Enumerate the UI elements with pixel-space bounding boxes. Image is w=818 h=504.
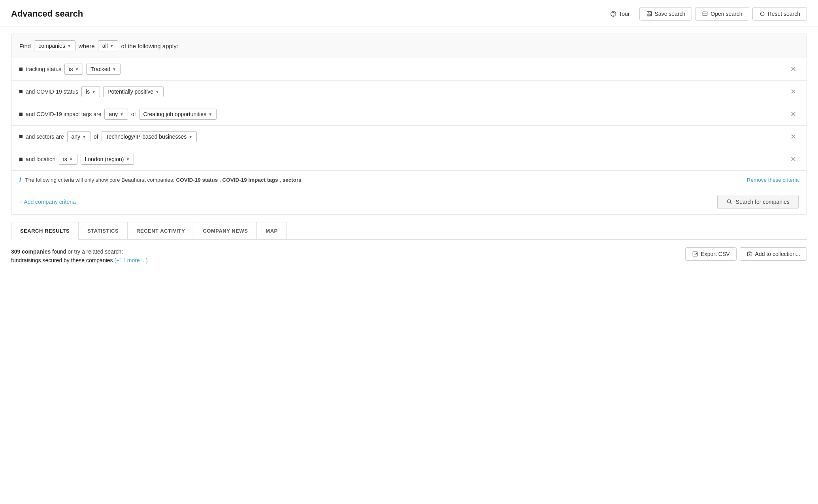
svg-point-6	[728, 200, 731, 203]
covid-status-label: and COVID-19 status	[26, 88, 78, 95]
chevron-down-icon: ▼	[67, 44, 71, 48]
tab-company-news[interactable]: COMPANY NEWS	[194, 222, 257, 239]
bullet-icon	[19, 68, 23, 71]
collection-icon	[746, 251, 753, 257]
reset-search-button[interactable]: Reset search	[752, 7, 807, 21]
reset-icon	[759, 11, 765, 17]
chevron-down-icon: ▼	[112, 67, 116, 71]
tracking-operator-dropdown[interactable]: is ▼	[64, 64, 83, 75]
covid-status-operator-dropdown[interactable]: is ▼	[81, 86, 100, 97]
filter-row-location: and location is ▼ London (region) ▼ ✕	[11, 148, 807, 171]
svg-point-1	[613, 15, 614, 16]
info-message: The following criteria will only show co…	[25, 177, 301, 183]
filter-row-sectors: and sectors are any ▼ of Technology/IP-b…	[11, 126, 807, 148]
bullet-icon	[19, 113, 23, 116]
remove-tracking-filter-button[interactable]: ✕	[788, 64, 799, 74]
tour-button[interactable]: Tour	[604, 8, 636, 20]
tab-statistics[interactable]: STATISTICS	[78, 222, 128, 239]
filter-row-tracking: tracking status is ▼ Tracked ▼ ✕	[11, 58, 807, 81]
tour-icon	[610, 11, 616, 17]
export-icon	[692, 251, 698, 257]
chevron-down-icon: ▼	[110, 44, 114, 48]
bullet-icon	[19, 90, 23, 93]
info-icon: i	[19, 176, 21, 183]
covid-status-value-dropdown[interactable]: Potentially positive ▼	[103, 86, 164, 97]
chevron-down-icon: ▼	[120, 112, 124, 117]
chevron-down-icon: ▼	[92, 90, 96, 94]
related-search-link[interactable]: fundraisings secured by these companies	[11, 257, 113, 263]
results-found-text: found or try a related search:	[52, 248, 123, 255]
companies-dropdown[interactable]: companies ▼	[34, 40, 75, 51]
remove-sectors-filter-button[interactable]: ✕	[788, 132, 799, 142]
location-operator-dropdown[interactable]: is ▼	[59, 154, 77, 165]
sectors-label: and sectors are	[26, 134, 64, 140]
tab-recent-activity[interactable]: RECENT ACTIVITY	[127, 222, 194, 239]
tab-map[interactable]: MAP	[256, 222, 286, 239]
save-icon	[646, 11, 652, 17]
tab-search-results[interactable]: SEARCH RESULTS	[11, 222, 79, 240]
export-csv-button[interactable]: Export CSV	[685, 247, 736, 261]
search-container: Find companies ▼ where all ▼ of the foll…	[11, 34, 807, 215]
remove-covid-status-filter-button[interactable]: ✕	[788, 87, 799, 97]
search-companies-button[interactable]: Search for companies	[717, 195, 799, 209]
remove-location-filter-button[interactable]: ✕	[788, 154, 799, 164]
more-link[interactable]: (+11 more ...)	[114, 257, 147, 263]
chevron-down-icon: ▼	[208, 112, 212, 117]
location-label: and location	[26, 156, 56, 162]
sectors-value-dropdown[interactable]: Technology/IP-based businesses ▼	[102, 131, 197, 142]
location-value-dropdown[interactable]: London (region) ▼	[81, 154, 134, 165]
open-search-button[interactable]: Open search	[695, 7, 749, 21]
apply-suffix: of the following apply:	[121, 43, 178, 49]
results-actions: Export CSV Add to collection...	[685, 247, 807, 261]
chevron-down-icon: ▼	[188, 135, 192, 139]
results-summary: 309 companies found or try a related sea…	[11, 247, 148, 265]
actions-row: + Add company criteria Search for compan…	[11, 189, 807, 214]
find-row: Find companies ▼ where all ▼ of the foll…	[11, 34, 807, 58]
covid-tags-value-dropdown[interactable]: Creating job opportunities ▼	[139, 109, 217, 120]
covid-tags-label: and COVID-19 impact tags are	[26, 111, 101, 117]
info-row: i The following criteria will only show …	[11, 171, 807, 189]
page-title: Advanced search	[11, 9, 83, 19]
chevron-down-icon: ▼	[69, 157, 73, 162]
results-row: 309 companies found or try a related sea…	[0, 240, 818, 271]
where-label: where	[79, 43, 95, 49]
filter-row-covid-status: and COVID-19 status is ▼ Potentially pos…	[11, 81, 807, 103]
header-actions: Tour Save search Open search Reset sea	[604, 7, 807, 21]
add-criteria-link[interactable]: + Add company criteria	[19, 199, 76, 205]
of-label: of	[131, 111, 136, 117]
svg-rect-3	[648, 11, 650, 13]
tracking-status-label: tracking status	[26, 66, 61, 72]
chevron-down-icon: ▼	[75, 67, 79, 71]
of-label-sectors: of	[94, 134, 98, 140]
chevron-down-icon: ▼	[155, 90, 159, 94]
covid-tags-operator-dropdown[interactable]: any ▼	[104, 109, 128, 120]
bullet-icon	[19, 158, 23, 161]
save-search-button[interactable]: Save search	[639, 7, 692, 21]
find-label: Find	[19, 43, 31, 49]
tabs-container: SEARCH RESULTS STATISTICS RECENT ACTIVIT…	[11, 222, 807, 240]
remove-criteria-link[interactable]: Remove these criteria	[747, 177, 799, 183]
tracking-value-dropdown[interactable]: Tracked ▼	[86, 64, 121, 75]
page-header: Advanced search Tour Save search	[0, 0, 818, 26]
sectors-operator-dropdown[interactable]: any ▼	[67, 131, 90, 142]
remove-covid-tags-filter-button[interactable]: ✕	[788, 109, 799, 119]
all-dropdown[interactable]: all ▼	[98, 40, 118, 51]
chevron-down-icon: ▼	[82, 135, 86, 139]
bullet-icon	[19, 135, 23, 138]
svg-rect-5	[703, 12, 707, 16]
add-to-collection-button[interactable]: Add to collection...	[740, 247, 807, 261]
open-icon	[702, 11, 708, 17]
chevron-down-icon: ▼	[126, 157, 130, 162]
results-count: 309 companies	[11, 248, 51, 255]
filter-row-covid-tags: and COVID-19 impact tags are any ▼ of Cr…	[11, 103, 807, 126]
search-icon	[726, 199, 733, 205]
svg-rect-4	[648, 14, 651, 16]
